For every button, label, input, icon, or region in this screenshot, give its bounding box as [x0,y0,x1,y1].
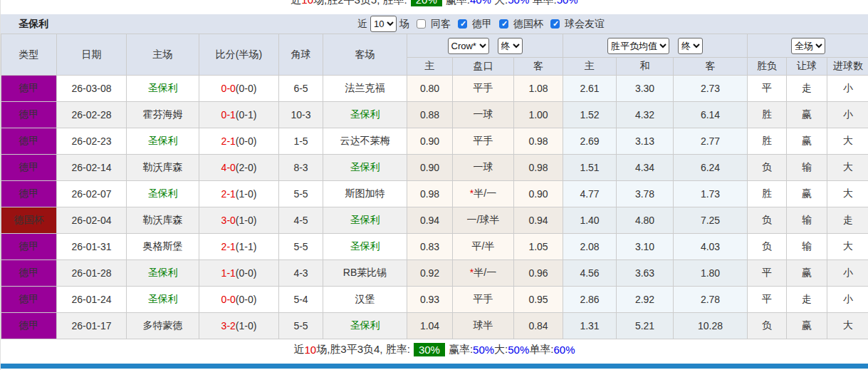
match-count-select[interactable]: 10 [370,16,397,32]
corner-cell: 1-5 [279,128,323,155]
avg-draw-cell: 4.32 [617,102,674,128]
avg-home-cell: 1.40 [563,207,617,234]
summary-text: 单率: [529,0,556,6]
away-odds-cell: 0.96 [514,260,563,287]
goals-result-cell: 大 [827,313,868,339]
match-date-cell: 26-01-24 [57,287,127,313]
home-team-cell: 勒沃库森 [127,155,199,181]
score-cell: 2-1(0-0) [199,128,279,155]
home-team-cell: 奥格斯堡 [127,234,199,260]
win-rate-badge: 20% [411,0,442,6]
goals-result-cell: 小 [827,102,868,128]
home-team-cell: 圣保利 [127,287,199,313]
summary-value: 60% [553,344,575,356]
match-date-cell: 26-03-08 [57,76,127,102]
summary-count: 10 [301,0,313,6]
home-odds-cell: 0.80 [407,76,453,102]
home-odds-cell: 0.98 [407,181,453,207]
club-friendly-checkbox[interactable] [550,19,560,29]
home-team-cell: 勒沃库森 [127,207,199,234]
home-team-cell: 圣保利 [127,181,199,207]
match-date-cell: 26-02-04 [57,207,127,234]
away-odds-cell: 1.08 [514,76,563,102]
handicap-cell: 一球 [453,102,514,128]
home-team-cell: 多特蒙德 [127,313,199,339]
result-cell: 负 [748,313,787,339]
summary-value: 50% [473,344,494,356]
away-odds-cell: 0.95 [514,287,563,313]
score-cell: 0-0(0-0) [199,287,279,313]
german-cup-checkbox[interactable] [499,19,508,29]
halftime-score: (0-0) [236,267,257,279]
home-odds-cell: 0.88 [407,102,453,128]
handicap-cell: 平/半 [453,234,514,260]
handicap-cell: 平手 [453,287,514,313]
subcol-avg-away: 客 [674,58,748,76]
away-team-cell: 圣保利 [323,234,407,260]
halftime-score: (1-1) [236,241,257,252]
avg-group-header: 胜平负均值 终 [563,34,748,58]
home-team-cell: 圣保利 [127,128,199,155]
league-type-cell: 德甲 [1,313,57,339]
match-row: 德甲26-01-31奥格斯堡2-1(1-1)5-5圣保利0.83平/半1.052… [1,234,868,260]
goals-result-cell: 小 [827,287,868,313]
avg-away-cell: 10.28 [674,313,748,339]
avg-away-cell: 6.24 [674,155,748,181]
result-cell: 负 [748,234,787,260]
summary-text: 场,胜3平3负4, 胜率: [316,343,410,356]
handicap-result-cell: 输 [787,234,827,260]
league-type-cell: 德甲 [1,128,57,155]
halftime-score: (1-0) [236,188,257,200]
corner-cell: 5-5 [279,181,323,207]
match-date-cell: 26-02-28 [57,102,127,128]
match-date-cell: 26-02-07 [57,181,127,207]
odds-company-select[interactable]: Crow* [448,38,489,54]
handicap-result-cell: 赢 [787,181,827,207]
away-team-cell: RB莱比锡 [323,260,407,287]
summary-count: 10 [304,344,316,356]
handicap-star: * [470,187,474,199]
team-title: 圣保利 [1,18,48,31]
subcol-handicap-result: 让球 [787,58,827,76]
goals-result-cell: 大 [827,181,868,207]
match-row: 德甲26-02-28霍芬海姆0-1(0-1)10-3圣保利0.88一球1.001… [1,102,868,128]
away-odds-cell: 1.05 [514,234,563,260]
away-team-cell: 圣保利 [323,313,407,339]
match-date-cell: 26-01-28 [57,260,127,287]
odds-time-select[interactable]: 终 [498,38,523,54]
corner-cell: 5-5 [279,234,323,260]
halftime-score: (1-0) [236,320,257,332]
avg-time-select[interactable]: 终 [678,38,703,54]
score-cell: 2-1(1-1) [199,234,279,260]
match-row: 德国杯26-02-04勒沃库森3-0(1-0)4-5圣保利0.94一/球半0.9… [1,207,868,234]
subcol-odds-away: 客 [514,58,563,76]
home-odds-cell: 0.92 [407,260,453,287]
period-select[interactable]: 全场 [791,38,825,54]
result-cell: 平 [748,76,787,102]
page: 近10场,胜2平3负5, 胜率:20%赢率:40% 大:50% 单率:50% 圣… [0,0,868,370]
league-type-cell: 德甲 [1,260,57,287]
halftime-score: (0-0) [236,294,257,305]
home-odds-cell: 1.04 [407,313,453,339]
avg-away-cell: 6.14 [674,102,748,128]
away-team-cell: 斯图加特 [323,181,407,207]
away-odds-cell: 0.98 [514,128,563,155]
summary-text: 近 [293,343,304,356]
away-team-cell: 圣保利 [323,155,407,181]
same-away-checkbox[interactable] [417,19,426,29]
away-team-cell: 汉堡 [323,287,407,313]
match-date-cell: 26-02-23 [57,128,127,155]
goals-result-cell: 大 [827,155,868,181]
subcol-goals-result: 进球数 [827,58,868,76]
match-date-cell: 26-01-31 [57,234,127,260]
near-label: 近 [357,18,367,31]
table-header: 类型 日期 主场 比分(半场) 角球 客场 Crow* 终 胜平负均值 终 [1,34,868,76]
avg-type-select[interactable]: 胜平负均值 [607,38,669,54]
league-type-cell: 德甲 [1,102,57,128]
away-odds-cell: 1.00 [514,102,563,128]
score-cell: 1-1(0-0) [199,260,279,287]
top-summary-clipped: 近10场,胜2平3负5, 胜率:20%赢率:40% 大:50% 单率:50% [1,0,868,9]
away-team-cell: 圣保利 [323,207,407,234]
result-cell: 胜 [748,181,787,207]
bundesliga-checkbox[interactable] [458,19,467,29]
